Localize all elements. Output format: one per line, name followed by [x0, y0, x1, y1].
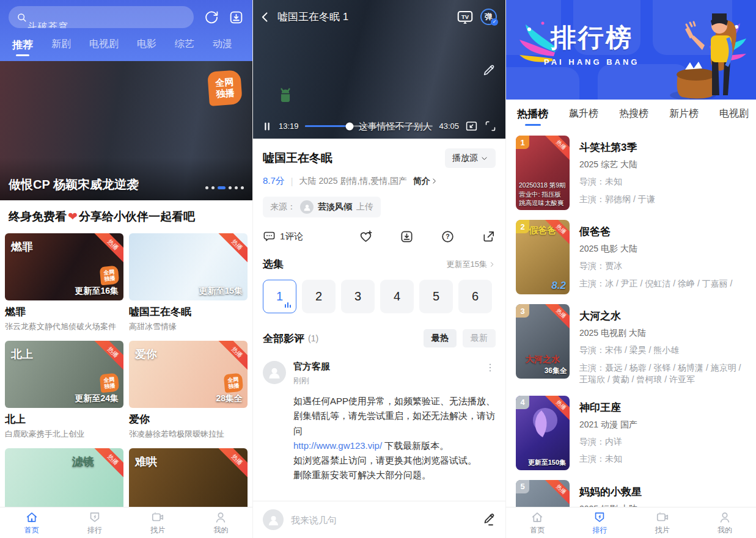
rank-badge: 2 [516, 220, 529, 233]
chevron-right-icon [430, 177, 438, 185]
video-card[interactable]: 燃罪 热播 全网独播 更新至16集 燃罪 张云龙蔡文静代旭侦破火场案件 [5, 233, 123, 332]
item-cast: 主演：郭德纲 / 于谦 [579, 194, 655, 206]
tab-recommend[interactable]: 推荐 [12, 38, 33, 59]
intro-link[interactable]: 简介 [413, 176, 438, 187]
ranking-item[interactable]: 2 热播 假爸爸 8.2 假爸爸 2025 电影 大陆 导演：贾冰 主演：冰 /… [516, 220, 746, 294]
episode-list: 1 2 3 4 5 6 [263, 280, 496, 313]
fullscreen-icon[interactable] [484, 120, 497, 133]
heart-icon: ❤ [67, 210, 79, 223]
nav-mine[interactable]: 我的 [694, 507, 756, 538]
nav-home[interactable]: 首页 [0, 507, 63, 538]
score: 8.7分 [263, 175, 285, 187]
tab-new-drama[interactable]: 新剧 [51, 38, 71, 59]
card-title: 北上 [5, 412, 123, 426]
edit-pencil-icon[interactable] [482, 64, 496, 77]
video-card[interactable]: 难哄 热播 [129, 448, 248, 507]
danmaku-toggle[interactable]: 弹✓ [480, 9, 497, 25]
rank-badge: 4 [516, 396, 529, 409]
home-content: 斗破苍穹 推荐 新剧 电视剧 电影 综艺 动漫 全网独播 [0, 0, 252, 507]
video-player[interactable]: 嘘国王在冬眠 1 弹✓ 13:19 这事情怪不了别人 43:05 [253, 0, 505, 139]
episode-overlay: 更新至15集 [199, 286, 243, 297]
total-time: 43:05 [439, 122, 459, 131]
comments-count-button[interactable]: 1评论 [263, 230, 359, 243]
nav-ranking[interactable]: 排行 [63, 507, 126, 538]
episode-button[interactable]: 3 [341, 280, 375, 313]
back-icon[interactable] [259, 11, 271, 23]
poster-overlay: 20250318 第9期营业中: 指压板跳高逗味太酸爽 [519, 181, 567, 207]
player-title: 嘘国王在冬眠 1 [277, 10, 450, 24]
screen-ranking: 排行榜 PAI HANG BANG 热 [505, 0, 756, 538]
tab-new-list[interactable]: 新片榜 [669, 100, 699, 128]
item-director: 导演：内详 [579, 436, 637, 448]
pause-icon[interactable] [262, 121, 273, 132]
bottom-nav: 首页 排行 找片 我的 [0, 507, 252, 538]
item-meta: 2025 电影 大陆 [579, 244, 732, 255]
episode-button[interactable]: 4 [380, 280, 414, 313]
video-card[interactable]: 热播 更新至15集 嘘国王在冬眠 高甜冰雪情缘 [129, 233, 248, 332]
hero-banner[interactable]: 全网独播 做恨CP 杨颖宋威龙逆袭 [0, 61, 252, 200]
section-title: 终身免费看❤分享给小伙伴一起看吧 [0, 200, 252, 227]
tab-variety[interactable]: 综艺 [175, 38, 194, 59]
carousel-dots[interactable] [205, 186, 244, 189]
ranking-banner: 排行榜 PAI HANG BANG [506, 0, 756, 100]
episode-button[interactable]: 1 [263, 280, 296, 313]
ranking-item[interactable]: 4 热播 更新至150集 神印王座 2021 动漫 国产 导演：内详 主演：未知 [516, 396, 746, 470]
nav-find[interactable]: 找片 [631, 507, 694, 538]
sort-new-button[interactable]: 最新 [463, 329, 496, 347]
download-link[interactable]: http://www.gw123.vip/ [293, 440, 382, 451]
comment-input-bar [253, 501, 505, 538]
uploader-pill[interactable]: 来源： 芸淡风倾 上传 [263, 197, 381, 217]
tab-hot-list[interactable]: 热播榜 [517, 100, 548, 128]
uploader-name: 芸淡风倾 [318, 202, 352, 213]
progress-thumb[interactable] [346, 122, 354, 130]
poster-score: 8.2 [551, 280, 566, 292]
hot-ribbon: 热播 [215, 341, 248, 374]
video-card[interactable]: 爱你 热播 全网独播 28集全 爱你 张凌赫徐若晗极限暧昧拉扯 [129, 341, 248, 440]
sort-hot-button[interactable]: 最热 [424, 329, 457, 347]
nav-ranking[interactable]: 排行 [568, 507, 631, 538]
download-icon[interactable] [400, 230, 414, 244]
video-card[interactable]: 滤镜 热播 [5, 448, 123, 507]
write-comment-icon[interactable] [481, 512, 496, 527]
pip-icon[interactable] [465, 120, 478, 133]
item-meta: 2021 动漫 国产 [579, 420, 637, 431]
video-card[interactable]: 北上 热播 全网独播 更新至24集 北上 白鹿欧豪携手北上创业 [5, 341, 123, 440]
tab-tv-series[interactable]: 电视剧 [89, 38, 119, 59]
player-controls: 13:19 这事情怪不了别人 43:05 [253, 120, 505, 133]
share-icon[interactable] [482, 230, 496, 244]
help-icon[interactable] [441, 230, 455, 244]
nav-find[interactable]: 找片 [127, 507, 189, 538]
cast-tv-icon[interactable] [456, 9, 474, 25]
search-input[interactable]: 斗破苍穹 [9, 6, 194, 28]
tab-movie[interactable]: 电影 [137, 38, 156, 59]
more-options-icon[interactable] [485, 362, 496, 373]
episode-button[interactable]: 5 [419, 280, 453, 313]
ranking-item[interactable]: 1 热播 20250318 第9期营业中: 指压板跳高逗味太酸爽 斗笑社第3季 … [516, 136, 746, 210]
episode-button[interactable]: 6 [458, 280, 492, 313]
download-manager-icon[interactable] [229, 10, 244, 25]
playing-equalizer-icon [285, 302, 292, 308]
exclusive-badge: 全网独播 [207, 70, 243, 106]
detail-section: 嘘国王在冬眠 播放源 8.7分 | 大陆 2025 剧情,情,爱情,国产 简介 … [253, 139, 505, 483]
ranking-icon [593, 511, 606, 524]
episode-button[interactable]: 2 [302, 280, 336, 313]
progress-bar[interactable]: 这事情怪不了别人 [305, 125, 433, 127]
play-source-button[interactable]: 播放源 [445, 148, 496, 168]
ranking-item[interactable]: 5 热播 妈妈的小救星 2025 短剧 大陆 [516, 480, 746, 507]
favorite-icon[interactable] [359, 230, 373, 244]
tab-search-list[interactable]: 热搜榜 [619, 100, 648, 128]
home-header: 斗破苍穹 推荐 新剧 电视剧 电影 综艺 动漫 [0, 0, 252, 61]
comment-input[interactable] [291, 515, 474, 525]
episodes-status-link[interactable]: 更新至15集 [447, 259, 496, 270]
item-meta: 2025 综艺 大陆 [579, 159, 655, 170]
tab-rising-list[interactable]: 飙升榜 [569, 100, 598, 128]
tab-tv-list[interactable]: 电视剧 [719, 100, 749, 128]
nav-mine[interactable]: 我的 [189, 507, 252, 538]
history-icon[interactable] [204, 10, 219, 25]
danmaku-text: 这事情怪不了别人 [359, 120, 432, 132]
item-title: 大河之水 [579, 309, 746, 323]
rank-badge: 5 [516, 480, 529, 493]
tab-anime[interactable]: 动漫 [213, 38, 232, 59]
nav-home[interactable]: 首页 [506, 507, 568, 538]
ranking-item[interactable]: 3 热播 大河之水 36集全 大河之水 2025 电视剧 大陆 导演：宋伟 / … [516, 304, 746, 386]
